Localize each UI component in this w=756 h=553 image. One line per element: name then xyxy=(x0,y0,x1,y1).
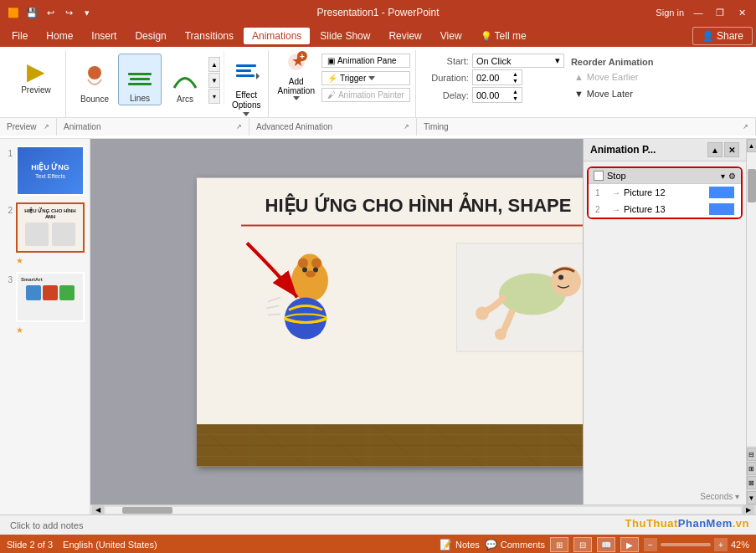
vscroll-up-btn[interactable]: ▲ xyxy=(747,139,757,152)
anim-item-2[interactable]: 2 → Picture 13 xyxy=(589,201,741,218)
delay-spinners[interactable]: ▲ ▼ xyxy=(512,89,518,101)
status-notes-btn[interactable]: 📝 Notes xyxy=(440,539,480,550)
slide-thumb-3[interactable]: 3 SmartArt ★ xyxy=(3,270,86,336)
horizontal-scrollbar[interactable]: ◀ ▶ xyxy=(90,504,756,515)
zoom-in-btn[interactable]: + xyxy=(714,538,728,551)
vscroll-down-btn[interactable]: ▼ xyxy=(747,491,757,504)
anim-lines[interactable]: Lines xyxy=(118,54,162,105)
hscroll-right-btn[interactable]: ▶ xyxy=(743,505,754,515)
menu-tell-me[interactable]: 💡 Tell me xyxy=(472,28,535,44)
animation-painter-label: Animation Painter xyxy=(338,90,404,100)
vscroll-fit-btn[interactable]: ⊟ xyxy=(747,448,757,461)
anim-bounce[interactable]: Bounce xyxy=(73,54,116,105)
preview-icon: ▶ xyxy=(27,58,45,85)
timing-expand[interactable]: ↗ xyxy=(743,123,748,131)
hscroll-track[interactable] xyxy=(105,507,741,514)
share-btn[interactable]: 👤 Share xyxy=(692,27,753,45)
menu-design[interactable]: Design xyxy=(126,28,174,44)
image-1-container[interactable] xyxy=(247,243,389,351)
slide-img-3[interactable]: SmartArt xyxy=(16,272,85,322)
status-comments-btn[interactable]: 💬 Comments xyxy=(485,539,545,550)
scroll-down-btn[interactable]: ▼ xyxy=(208,73,220,88)
duration-spinners[interactable]: ▲ ▼ xyxy=(512,71,518,84)
menu-insert[interactable]: Insert xyxy=(83,28,125,44)
vscroll-prev-btn[interactable]: ⊠ xyxy=(747,476,757,489)
delay-input[interactable]: 00.00 ▲ ▼ xyxy=(472,87,522,103)
pane-collapse-btn[interactable]: ▲ xyxy=(707,142,723,157)
vscroll-thumb[interactable] xyxy=(748,169,756,202)
preview-expand[interactable]: ↗ xyxy=(44,123,49,131)
duration-value: 02.00 xyxy=(476,73,500,83)
animation-pane-button[interactable]: ▣ Animation Pane xyxy=(321,54,410,68)
pane-play-settings[interactable]: ⚙ xyxy=(728,172,736,181)
language-indicator[interactable]: English (United States) xyxy=(63,540,157,550)
slideshow-btn[interactable]: ▶ xyxy=(620,537,639,552)
trigger-icon: ⚡ xyxy=(327,74,337,83)
sign-in-btn[interactable]: Sign in xyxy=(656,8,684,18)
preview-button[interactable]: ▶ Preview xyxy=(13,50,59,102)
menu-slideshow[interactable]: Slide Show xyxy=(311,28,378,44)
vscroll-track[interactable] xyxy=(747,152,757,446)
anim-item-1-bar xyxy=(709,187,734,198)
pane-play-btn[interactable]: Stop xyxy=(607,171,717,181)
svg-point-23 xyxy=(495,328,507,340)
click-to-add-notes[interactable]: Click to add notes xyxy=(10,520,83,530)
restore-btn[interactable]: ❐ xyxy=(712,5,728,20)
undo-icon[interactable]: ↩ xyxy=(44,6,57,19)
hscroll-left-btn[interactable]: ◀ xyxy=(92,505,104,515)
canvas-area[interactable]: HIỆU ỨNG CHO HÌNH ẢNH, SHAPE xyxy=(90,139,746,504)
minimize-btn[interactable]: — xyxy=(691,5,706,20)
animation-expand[interactable]: ↗ xyxy=(236,123,242,131)
pane-close-btn[interactable]: ✕ xyxy=(724,142,739,157)
move-earlier-button[interactable]: ▲ Move Earlier xyxy=(571,70,654,84)
slide-canvas[interactable]: HIỆU ỨNG CHO HÌNH ẢNH, SHAPE xyxy=(197,177,640,466)
menu-animations[interactable]: Animations xyxy=(244,28,310,44)
pane-play-dropdown[interactable]: ▾ xyxy=(721,172,725,181)
timing-controls: Start: On Click ▾ Duration: 02.00 ▲ ▼ xyxy=(423,54,564,117)
reading-view-btn[interactable]: 📖 xyxy=(597,537,615,552)
advanced-animation-expand[interactable]: ↗ xyxy=(404,123,409,131)
animation-painter-button[interactable]: 🖌 Animation Painter xyxy=(321,88,410,102)
menu-home[interactable]: Home xyxy=(38,28,81,44)
menu-file[interactable]: File xyxy=(3,28,36,44)
start-select[interactable]: On Click ▾ xyxy=(472,54,564,68)
redo-icon[interactable]: ↪ xyxy=(62,6,75,19)
duration-up[interactable]: ▲ xyxy=(512,71,518,77)
anim-item-1-num: 1 xyxy=(595,188,609,197)
vscroll-next-btn[interactable]: ⊞ xyxy=(747,462,757,475)
zoom-out-btn[interactable]: − xyxy=(644,538,657,551)
delay-up[interactable]: ▲ xyxy=(512,89,518,95)
pane-play-row: Stop ▾ ⚙ xyxy=(589,168,741,184)
pane-empty-space xyxy=(584,223,746,488)
animation-scroll-buttons[interactable]: ▲ ▼ ▾ xyxy=(208,57,220,104)
slide-thumb-1[interactable]: 1 HIỆU ỨNG Text Effects xyxy=(3,144,86,197)
image-2-container[interactable] xyxy=(456,243,590,351)
trigger-button[interactable]: ⚡ Trigger xyxy=(321,71,410,85)
menu-review[interactable]: Review xyxy=(380,28,429,44)
scroll-up-btn[interactable]: ▲ xyxy=(208,57,220,72)
delay-down[interactable]: ▼ xyxy=(512,95,518,101)
scroll-more-btn[interactable]: ▾ xyxy=(208,89,220,104)
normal-view-btn[interactable]: ⊞ xyxy=(550,537,568,552)
close-btn[interactable]: ✕ xyxy=(734,5,749,20)
duration-down[interactable]: ▼ xyxy=(512,78,518,84)
move-later-button[interactable]: ▼ Move Later xyxy=(571,87,654,100)
pane-checkbox[interactable] xyxy=(594,171,604,181)
slide-img-2[interactable]: HIỆU ỨNG CHO HÌNH ẢNH xyxy=(16,202,85,253)
vertical-scrollbar[interactable]: ▲ ⊟ ⊞ ⊠ ▼ xyxy=(746,139,756,504)
customize-icon[interactable]: ▾ xyxy=(80,6,94,19)
slide-sorter-btn[interactable]: ⊟ xyxy=(573,537,592,552)
anim-item-1[interactable]: 1 → Picture 12 xyxy=(589,184,741,201)
menu-view[interactable]: View xyxy=(432,28,471,44)
slide-img-1[interactable]: HIỆU ỨNG Text Effects xyxy=(16,146,85,196)
save-icon[interactable]: 💾 xyxy=(25,6,39,19)
effect-options-button[interactable]: EffectOptions xyxy=(228,54,265,105)
duration-input[interactable]: 02.00 ▲ ▼ xyxy=(472,69,522,85)
hscroll-thumb[interactable] xyxy=(122,507,172,514)
delay-label: Delay: xyxy=(423,90,469,100)
add-animation-button[interactable]: ★ + AddAnimation xyxy=(274,50,317,102)
zoom-slider[interactable] xyxy=(661,543,711,546)
menu-transitions[interactable]: Transitions xyxy=(177,28,242,44)
slide-thumb-2[interactable]: 2 HIỆU ỨNG CHO HÌNH ẢNH ★ xyxy=(3,201,86,267)
anim-arcs[interactable]: Arcs xyxy=(163,54,207,105)
